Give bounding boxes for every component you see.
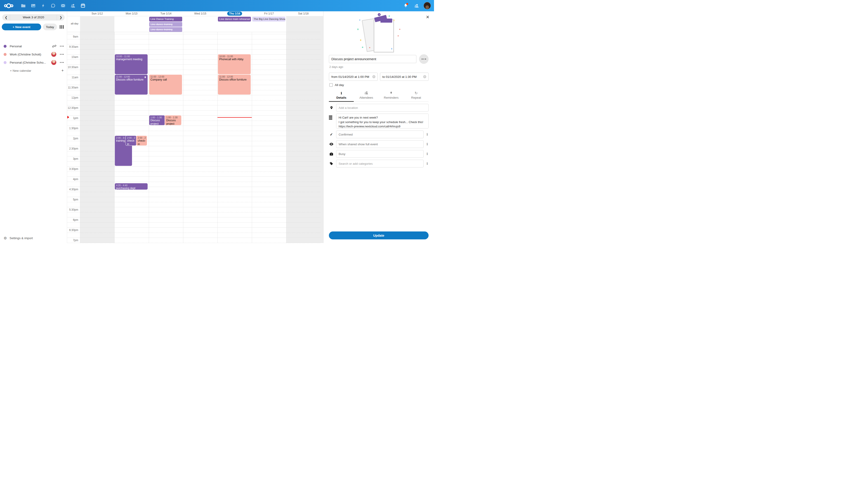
event-title-input[interactable] — [329, 55, 416, 63]
calendar-item-work-christine[interactable]: Work (Christine Schott) — [0, 50, 67, 58]
calendar-actions-menu[interactable] — [59, 61, 64, 64]
hour-line — [67, 207, 320, 207]
all-day-event[interactable]: Line Dance Training — [149, 17, 182, 22]
files-app-icon[interactable] — [18, 0, 28, 11]
status-info-icon[interactable]: i — [426, 133, 429, 136]
all-day-cell[interactable] — [183, 16, 217, 32]
event-card[interactable]: 2:00 - 2:30check-in — [136, 136, 147, 145]
timezone-globe-icon[interactable] — [423, 75, 427, 79]
event-card[interactable]: 2:00 - 2:30check-in — [126, 136, 136, 145]
time-label: 5pm — [67, 198, 78, 201]
all-day-event[interactable]: Line dance main rehearsal — [218, 17, 251, 22]
tab-details[interactable]: iDetails — [329, 90, 354, 102]
confetti — [399, 29, 400, 30]
confetti — [398, 35, 399, 36]
day-header-wed[interactable]: Wed 1/15 — [183, 11, 217, 16]
day-header-mon[interactable]: Mon 1/13 — [114, 11, 149, 16]
event-end-field[interactable]: to 01/14/2020 at 1:30 PM — [380, 73, 429, 81]
event-time: 1:00 - 1:30 — [151, 116, 164, 119]
reminder-bell-icon — [144, 76, 147, 80]
day-header-sun[interactable]: Sun 1/12 — [80, 11, 114, 16]
day-header-tue[interactable]: Tue 1/14 — [149, 11, 183, 16]
event-card[interactable]: 10:00 - 11:00Phonecall with Abby — [218, 54, 251, 74]
contacts-menu-icon[interactable] — [413, 2, 421, 9]
activity-app-icon[interactable] — [38, 0, 48, 11]
description-textarea[interactable]: Hi Carl! are you in next week? I got som… — [336, 114, 429, 128]
event-start-field[interactable]: from 01/14/2020 at 1:00 PM — [329, 73, 378, 81]
freebusy-info-icon[interactable]: i — [426, 152, 429, 156]
all-day-cell[interactable]: The Big Line Dancing Show — [252, 16, 286, 32]
calendar-actions-menu[interactable] — [59, 53, 64, 56]
categories-input[interactable] — [336, 160, 424, 167]
user-avatar[interactable] — [424, 2, 431, 9]
all-day-cell[interactable] — [114, 16, 149, 32]
visibility-info-icon[interactable]: i — [426, 142, 429, 146]
all-day-cell[interactable] — [80, 16, 114, 32]
categories-info-icon[interactable]: i — [426, 162, 429, 165]
logo-circle — [10, 4, 13, 7]
event-card[interactable]: 1:00 - 1:30Discuss project announcement — [149, 115, 165, 125]
freebusy-select[interactable]: Busy — [336, 150, 424, 158]
all-day-event[interactable]: The Big Line Dancing Show — [252, 17, 285, 22]
close-icon[interactable]: ✕ — [426, 15, 430, 19]
all-day-event[interactable]: Line dance training — [149, 27, 182, 32]
contacts-app-icon[interactable] — [68, 0, 78, 11]
confetti — [359, 20, 360, 21]
grid-scrollbar-track[interactable] — [320, 16, 323, 243]
next-week-button[interactable]: ❯ — [57, 16, 65, 19]
all-day-cell[interactable]: Line dance main rehearsal — [217, 16, 252, 32]
notifications-bell-icon[interactable] — [402, 2, 410, 9]
event-title: Discuss project — [166, 119, 180, 125]
calendar-item-personal-christine[interactable]: Personal (Christine Scho... — [0, 58, 67, 66]
all-day-event[interactable]: Line dance training — [149, 22, 182, 27]
quarter-line — [67, 39, 320, 39]
update-button[interactable]: Update — [329, 231, 429, 239]
new-event-button[interactable]: + New event — [2, 24, 41, 30]
tab-repeat[interactable]: ↻Repeat — [404, 90, 429, 102]
tab-attendees[interactable]: Attendees — [354, 90, 379, 102]
week-label[interactable]: Week 3 of 2020 — [10, 15, 57, 20]
event-actions-menu-button[interactable] — [419, 54, 429, 64]
share-link-icon[interactable] — [52, 44, 56, 48]
hour-line — [67, 75, 320, 75]
status-select[interactable]: Confirmed — [336, 131, 424, 138]
visibility-select[interactable]: When shared show full event — [336, 140, 424, 148]
event-illustration — [355, 15, 403, 53]
event-card[interactable]: 10:00 - 11:00management meeting — [115, 54, 148, 74]
day-header-fri[interactable]: Fri 1/17 — [252, 11, 286, 16]
new-calendar-button[interactable]: + New calendar + — [0, 66, 67, 75]
hour-line — [67, 64, 320, 65]
mail-app-icon[interactable] — [58, 0, 68, 11]
time-label: 11:30am — [67, 86, 78, 89]
view-mode-button[interactable] — [59, 24, 65, 30]
calendar-app-icon[interactable] — [78, 0, 88, 11]
timezone-globe-icon[interactable] — [372, 75, 376, 79]
all-day-checkbox[interactable]: All day — [329, 83, 429, 87]
day-header-thu[interactable]: Thu 1/16 — [217, 11, 252, 16]
description-icon — [329, 116, 334, 119]
previous-week-button[interactable]: ❮ — [2, 16, 10, 19]
calendar-item-personal[interactable]: Personal — [0, 42, 67, 50]
settings-import-button[interactable]: ⚙ Settings & import — [0, 233, 67, 243]
weekend-shading — [286, 32, 320, 243]
location-input[interactable] — [336, 104, 429, 112]
nextcloud-logo[interactable] — [4, 3, 13, 8]
checkbox-box[interactable] — [329, 83, 333, 87]
photos-app-icon[interactable] — [28, 0, 38, 11]
event-card[interactable]: 1:00 - 1:30Discuss project — [165, 115, 181, 125]
tab-reminders[interactable]: Reminders — [379, 90, 404, 102]
calendar-sidebar: ❮ Week 3 of 2020 ❯ + New event Today Per… — [0, 11, 67, 243]
quarter-line — [67, 49, 320, 50]
event-card[interactable]: 11:00 - 12:00Company call — [149, 75, 182, 94]
event-card[interactable]: 11:00 - 12:00Discuss office furniture — [218, 75, 251, 94]
calendar-actions-menu[interactable] — [59, 45, 64, 48]
event-card[interactable]: 11:00 - 12:00Discuss office furniture — [115, 75, 148, 94]
day-header-sat[interactable]: Sat 1/18 — [286, 11, 320, 16]
today-button[interactable]: Today — [43, 24, 57, 30]
event-card[interactable]: 4:20 - 4:40purchasing dept — [115, 183, 148, 190]
hour-line — [67, 54, 320, 55]
all-day-cell[interactable] — [286, 16, 320, 32]
talk-app-icon[interactable] — [48, 0, 58, 11]
all-day-cell[interactable]: Line Dance TrainingLine dance trainingLi… — [149, 16, 183, 32]
calendar-color-dot — [4, 61, 6, 64]
